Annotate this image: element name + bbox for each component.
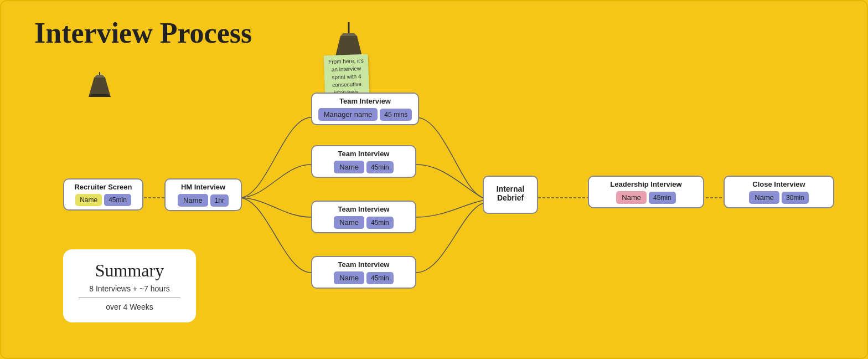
team-interview-1-node: Team Interview Manager name 45 mins	[311, 93, 419, 125]
team3-name-tag: Name	[334, 216, 364, 229]
close-name-tag: Name	[749, 191, 779, 204]
leadership-name-tag: Name	[616, 191, 647, 204]
recruiter-time-tag: 45min	[104, 194, 131, 206]
svg-marker-6	[340, 33, 357, 36]
internal-debrief-node: Internal Debrief	[483, 176, 538, 214]
team4-name-tag: Name	[334, 271, 364, 284]
summary-divider	[79, 298, 180, 298]
summary-title: Summary	[79, 260, 180, 281]
team-interview-4-label: Team Interview	[338, 260, 390, 269]
page-title: Interview Process	[34, 17, 252, 49]
team2-name-tag: Name	[334, 161, 364, 173]
close-interview-label: Close Interview	[752, 180, 805, 188]
recruiter-screen-label: Recruiter Screen	[74, 183, 132, 191]
hm-name-tag: Name	[178, 194, 208, 207]
close-time-tag: 30min	[782, 192, 809, 204]
recruiter-screen-node: Recruiter Screen Name 45min	[63, 178, 143, 211]
close-interview-node: Close Interview Name 30min	[724, 176, 834, 208]
main-container: Interview Process From here, it's an int…	[0, 0, 868, 359]
internal-debrief-label: Internal Debrief	[497, 184, 525, 202]
svg-marker-0	[89, 78, 111, 97]
team2-time-tag: 45min	[366, 161, 394, 173]
hm-interview-label: HM Interview	[181, 183, 225, 191]
summary-line1: 8 Interviews + ~7 hours	[79, 284, 180, 293]
summary-box: Summary 8 Interviews + ~7 hours over 4 W…	[63, 249, 196, 322]
leadership-time-tag: 45min	[649, 192, 676, 204]
team-interview-4-node: Team Interview Name 45min	[311, 256, 416, 289]
svg-marker-1	[94, 75, 105, 78]
team1-name-tag: Manager name	[318, 108, 378, 121]
team1-time-tag: 45 mins	[380, 109, 412, 121]
team-interview-2-label: Team Interview	[338, 150, 390, 158]
team-interview-3-label: Team Interview	[338, 205, 390, 213]
team-interview-2-node: Team Interview Name 45min	[311, 145, 416, 178]
hm-interview-node: HM Interview Name 1hr	[164, 178, 242, 211]
lamp-icon-left	[83, 72, 116, 102]
recruiter-name-tag: Name	[75, 194, 102, 206]
team-interview-3-node: Team Interview Name 45min	[311, 201, 416, 233]
leadership-interview-node: Leadership Interview Name 45min	[588, 176, 704, 208]
svg-marker-3	[89, 94, 111, 97]
team4-time-tag: 45min	[366, 272, 394, 284]
team3-time-tag: 45min	[366, 217, 394, 229]
hm-time-tag: 1hr	[210, 194, 229, 207]
summary-line2: over 4 Weeks	[79, 302, 180, 311]
leadership-interview-label: Leadership Interview	[610, 180, 681, 188]
team-interview-1-label: Team Interview	[339, 97, 391, 105]
